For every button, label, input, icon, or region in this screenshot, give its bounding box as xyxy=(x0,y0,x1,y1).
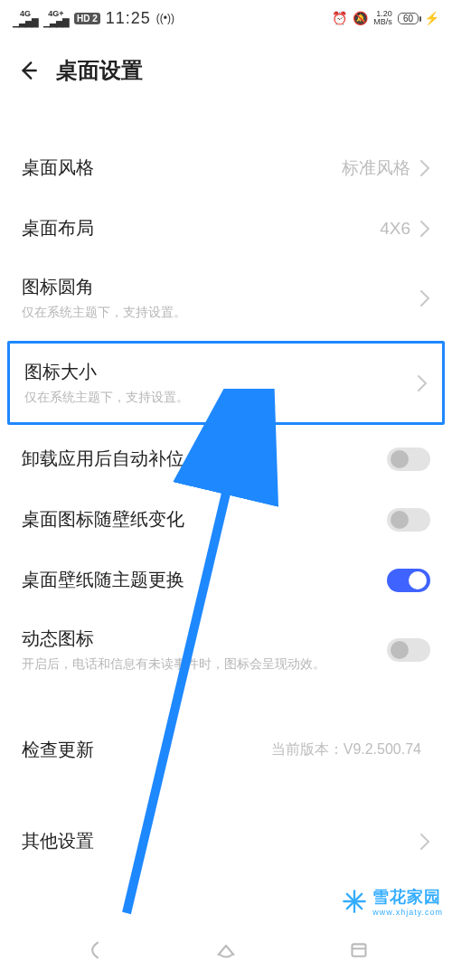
label: 图标大小 xyxy=(24,360,417,384)
chevron-right-icon xyxy=(419,159,430,177)
status-time: 11:25 xyxy=(106,9,151,28)
toggle-auto-fill[interactable] xyxy=(387,448,430,471)
nav-recents-icon xyxy=(345,937,372,964)
row-icon-follow-wallpaper: 桌面图标随壁纸变化 xyxy=(0,489,452,550)
alarm-icon: ⏰ xyxy=(332,11,347,25)
toggle-wallpaper-theme[interactable] xyxy=(387,569,430,592)
nav-home-icon xyxy=(212,937,240,964)
row-wallpaper-follow-theme: 桌面壁纸随主题更换 xyxy=(0,550,452,610)
hotspot-icon: ((•)) xyxy=(156,12,174,24)
subtitle: 仅在系统主题下，支持设置。 xyxy=(22,305,419,321)
watermark: 雪花家园 www.xhjaty.com xyxy=(342,886,443,917)
value: 当前版本：V9.2.500.74 xyxy=(271,740,421,759)
toggle-icon-wallpaper[interactable] xyxy=(387,508,430,532)
watermark-brand: 雪花家园 xyxy=(372,886,443,908)
row-other-settings[interactable]: 其他设置 xyxy=(0,811,452,872)
hd-badge: HD 2 xyxy=(74,13,100,24)
highlighted-row-frame: 图标大小 仅在系统主题下，支持设置。 xyxy=(7,341,445,425)
chevron-right-icon xyxy=(417,374,428,392)
value: 4X6 xyxy=(380,219,410,239)
label: 检查更新 xyxy=(22,738,271,762)
chevron-right-icon xyxy=(419,833,430,851)
label: 桌面壁纸随主题更换 xyxy=(22,568,387,592)
net-speed: 1.20 MB/s xyxy=(373,10,392,26)
row-dynamic-icon: 动态图标 开启后，电话和信息有未读事件时，图标会呈现动效。 xyxy=(0,610,452,689)
row-desktop-style[interactable]: 桌面风格 标准风格 xyxy=(0,137,452,198)
row-icon-corner[interactable]: 图标圆角 仅在系统主题下，支持设置。 xyxy=(0,259,452,337)
row-check-update[interactable]: 检查更新 当前版本：V9.2.500.74 xyxy=(0,720,452,780)
signal-1: 4G ▁▃▅▇ xyxy=(13,9,38,27)
row-auto-fill: 卸载应用后自动补位 xyxy=(0,429,452,489)
arrow-left-icon xyxy=(16,59,40,82)
value: 标准风格 xyxy=(342,156,410,180)
label: 动态图标 xyxy=(22,627,387,651)
label: 图标圆角 xyxy=(22,275,419,299)
chevron-right-icon xyxy=(419,220,430,238)
snowflake-icon xyxy=(342,889,367,914)
status-right: ⏰ 🔕 1.20 MB/s 60 ⚡ xyxy=(332,10,439,26)
watermark-site: www.xhjaty.com xyxy=(372,908,443,917)
svg-rect-5 xyxy=(352,944,365,956)
system-nav-bar xyxy=(0,920,452,980)
row-desktop-layout[interactable]: 桌面布局 4X6 xyxy=(0,198,452,259)
mute-icon: 🔕 xyxy=(353,11,368,25)
label: 桌面布局 xyxy=(22,216,380,240)
header: 桌面设置 xyxy=(0,36,452,110)
nav-back-icon xyxy=(80,937,107,964)
status-left: 4G ▁▃▅▇ 4G+ ▁▃▅▇ HD 2 11:25 ((•)) xyxy=(13,9,174,28)
signal-2: 4G+ ▁▃▅▇ xyxy=(43,9,69,27)
label: 其他设置 xyxy=(22,829,419,853)
subtitle: 仅在系统主题下，支持设置。 xyxy=(24,390,417,406)
row-icon-size[interactable]: 图标大小 仅在系统主题下，支持设置。 xyxy=(10,344,442,422)
nav-home-button[interactable] xyxy=(210,934,242,966)
label: 卸载应用后自动补位 xyxy=(22,447,387,471)
nav-back-button[interactable] xyxy=(77,934,109,966)
back-button[interactable] xyxy=(16,59,40,82)
battery-icon: 60 xyxy=(398,13,419,24)
subtitle: 开启后，电话和信息有未读事件时，图标会呈现动效。 xyxy=(22,656,387,673)
label: 桌面图标随壁纸变化 xyxy=(22,507,387,532)
page-title: 桌面设置 xyxy=(56,56,143,85)
label: 桌面风格 xyxy=(22,155,342,180)
nav-recents-button[interactable] xyxy=(343,934,375,966)
status-bar: 4G ▁▃▅▇ 4G+ ▁▃▅▇ HD 2 11:25 ((•)) ⏰ 🔕 1.… xyxy=(0,0,452,36)
toggle-dynamic-icon[interactable] xyxy=(387,638,430,662)
charging-icon: ⚡ xyxy=(424,11,439,25)
chevron-right-icon xyxy=(419,289,430,307)
